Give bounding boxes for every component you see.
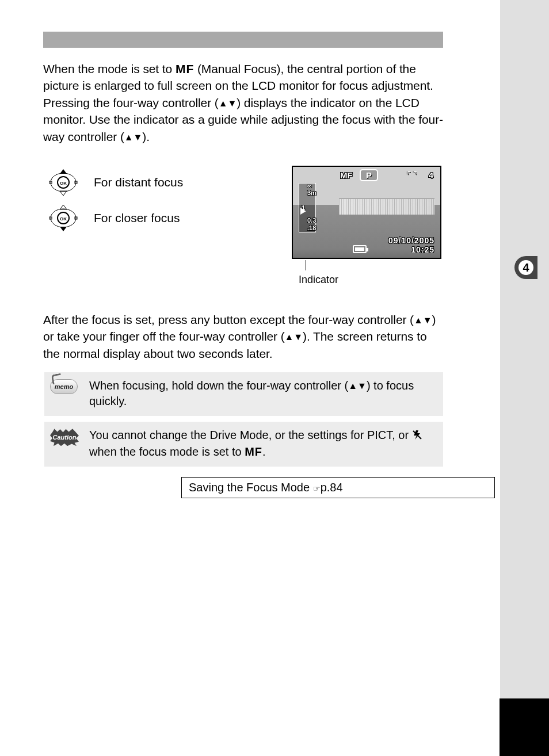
text: After the focus is set, press any button… — [43, 313, 414, 326]
text: . — [262, 445, 266, 458]
scale-3m: 3m — [307, 189, 317, 196]
distant-focus-label: For distant focus — [94, 175, 183, 189]
scale-infinity: ∞ — [307, 182, 312, 189]
closer-focus-label: For closer focus — [94, 211, 180, 225]
mf-label: MF — [245, 445, 262, 458]
intro-paragraph: When the mode is set to MF (Manual Focus… — [43, 60, 443, 145]
lcd-time: 10:25 — [411, 245, 434, 254]
lcd-background-scene — [339, 198, 434, 215]
focus-scale: ∞ 3m 1 0.3 .18 — [299, 183, 316, 232]
indicator-caption: Indicator — [299, 274, 447, 286]
lcd-mf-label: MF — [340, 170, 353, 180]
lcd-illustration: MF P ⌜ ⌝ 4 ∞ 3m 1 0.3 .18 09/10/2005 10:… — [292, 166, 447, 286]
chapter-number: 4 — [518, 260, 533, 275]
flash-off-icon — [412, 429, 422, 444]
controller-down-icon: OK — [49, 204, 78, 232]
battery-icon — [353, 245, 367, 253]
indicator-leader-line — [306, 260, 306, 270]
memo-note: memo When focusing, hold down the four-w… — [44, 372, 443, 416]
caution-icon: Caution — [50, 429, 79, 446]
caution-badge-label: Caution — [50, 429, 79, 446]
lcd-p-mode-badge: P — [360, 169, 378, 181]
up-down-arrow-icon: ▲▼ — [348, 381, 367, 391]
text: ). — [142, 130, 150, 143]
lcd-screen: MF P ⌜ ⌝ 4 ∞ 3m 1 0.3 .18 09/10/2005 10:… — [292, 166, 441, 259]
mf-label: MF — [176, 62, 194, 75]
bottom-corner-block — [500, 698, 549, 756]
svg-text:OK: OK — [60, 216, 67, 222]
lcd-shot-count: 4 — [429, 170, 433, 180]
right-sidebar — [500, 0, 549, 698]
up-down-arrow-icon: ▲▼ — [414, 315, 432, 325]
scale-0-18: .18 — [307, 224, 316, 231]
up-down-arrow-icon: ▲▼ — [124, 132, 142, 142]
up-down-arrow-icon: ▲▼ — [285, 332, 303, 342]
section-header-bar — [43, 32, 443, 48]
memo-icon: memo — [50, 379, 79, 394]
memo-text: When focusing, hold down the four-way co… — [89, 378, 434, 409]
scale-0-3: 0.3 — [307, 217, 316, 224]
caution-note: Caution You cannot change the Drive Mode… — [44, 422, 443, 467]
text: when the focus mode is set to — [89, 445, 245, 458]
svg-text:OK: OK — [60, 181, 67, 186]
caution-text: You cannot change the Drive Mode, or the… — [89, 427, 434, 460]
text: When focusing, hold down the four-way co… — [89, 379, 348, 392]
pointing-hand-icon: ☞ — [313, 484, 321, 493]
reference-text: Saving the Focus Mode — [189, 481, 313, 494]
after-paragraph: After the focus is set, press any button… — [43, 311, 443, 362]
cross-reference-box: Saving the Focus Mode ☞p.84 — [181, 477, 495, 498]
chapter-tab: 4 — [514, 256, 537, 279]
svg-marker-3 — [60, 169, 67, 174]
up-down-arrow-icon: ▲▼ — [219, 98, 237, 108]
controller-up-icon: OK — [49, 168, 78, 197]
text: You cannot change the Drive Mode, or the… — [89, 429, 412, 441]
text: When the mode is set to — [43, 62, 176, 75]
lcd-date: 09/10/2005 — [388, 236, 434, 245]
svg-marker-11 — [60, 227, 67, 231]
reference-page: p.84 — [321, 481, 343, 494]
lcd-focus-bracket-icon: ⌜ ⌝ — [407, 170, 417, 180]
memo-badge-label: memo — [50, 379, 78, 394]
page-content: When the mode is set to MF (Manual Focus… — [0, 0, 501, 498]
